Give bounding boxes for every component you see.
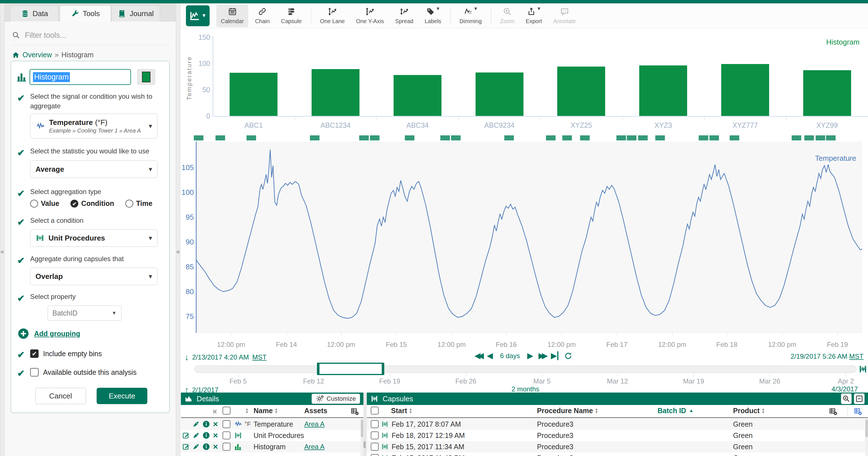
remove-all-icon[interactable]: ×	[212, 407, 217, 416]
duration-value[interactable]: 6 days	[500, 352, 520, 360]
execute-button[interactable]: Execute	[97, 388, 147, 404]
collapse-panel-button[interactable]	[854, 393, 865, 404]
view-selector-button[interactable]: ▼	[186, 5, 210, 26]
toolbar-one-y-axis[interactable]: One Y-Axis	[351, 4, 389, 27]
tab-tools[interactable]: Tools	[60, 5, 111, 22]
sort-icon[interactable]: ▲▼	[761, 407, 765, 414]
signal-dropdown[interactable]: Temperature(°F) Example » Cooling Tower …	[30, 114, 157, 139]
tab-data[interactable]: Data	[10, 5, 59, 22]
left-collapse-rail[interactable]: «	[0, 3, 4, 456]
home-icon[interactable]	[12, 51, 20, 59]
sort-icon[interactable]: ▲▼	[409, 407, 412, 414]
collapse-left-icon[interactable]: «	[0, 248, 4, 256]
capsule-table-row[interactable]: Feb 15, 2017 11:43 PM Procedure3 Green	[367, 452, 868, 456]
investigate-end-value[interactable]: 4/3/2017	[832, 385, 858, 393]
toolbar-calendar[interactable]: Calendar	[216, 4, 248, 27]
details-scrollbar[interactable]	[361, 419, 364, 456]
details-col-name[interactable]: Name	[253, 407, 273, 415]
condition-dropdown[interactable]: Unit Procedures ▾	[30, 229, 157, 247]
toolbar-labels[interactable]: ▼ Labels	[420, 4, 446, 27]
row-checkbox[interactable]	[223, 430, 230, 441]
statistic-dropdown[interactable]: Average ▾	[30, 161, 157, 178]
info-icon[interactable]	[202, 419, 210, 430]
select-all-checkbox[interactable]	[371, 407, 379, 415]
histogram-bar[interactable]	[721, 64, 769, 116]
remove-icon[interactable]: ×	[213, 430, 218, 441]
histogram-bar[interactable]	[394, 75, 441, 116]
timeline-selection-window[interactable]	[317, 363, 384, 375]
capsules-scrollbar[interactable]	[865, 419, 868, 456]
sort-icon[interactable]: ▲▼	[274, 407, 278, 414]
sort-icon[interactable]: ▲▼	[245, 407, 249, 414]
magnify-button[interactable]	[841, 393, 852, 404]
radio-time[interactable]: Time	[125, 199, 152, 207]
capsule-table-row[interactable]: Feb 15, 2017 11:34 AM Procedure3 Green	[367, 441, 868, 452]
step-to-end-button[interactable]: ▶	[551, 351, 558, 360]
row-checkbox[interactable]	[371, 430, 379, 441]
trend-item-icon[interactable]	[192, 419, 200, 430]
overlap-dropdown[interactable]: Overlap ▾	[30, 267, 157, 285]
filter-tools-search[interactable]: Filter tools...	[12, 28, 168, 43]
add-column-icon[interactable]	[829, 407, 837, 416]
histogram-bar[interactable]	[639, 65, 687, 116]
investigate-timeline-track[interactable]	[194, 366, 857, 373]
info-icon[interactable]	[202, 430, 210, 441]
histogram-bar[interactable]	[557, 66, 605, 116]
toolbar-export[interactable]: ▼ Export	[521, 4, 547, 27]
add-property-column-icon[interactable]	[854, 407, 862, 416]
tool-name-input[interactable]: Histogram	[30, 69, 131, 85]
color-swatch-button[interactable]	[137, 69, 155, 85]
cancel-button[interactable]: Cancel	[35, 388, 86, 404]
toolbar-one-lane[interactable]: One Lane	[315, 4, 349, 27]
property-select[interactable]: BatchID ▼	[48, 306, 121, 321]
panel-splitter[interactable]: ∥	[364, 393, 367, 456]
histogram-bar[interactable]	[475, 73, 523, 116]
checkbox-checked-icon[interactable]: ✔	[30, 349, 39, 358]
capsules-col-start[interactable]: Start	[391, 407, 407, 415]
display-range-end[interactable]: 2/19/2017 5:26 AM MST	[790, 352, 864, 361]
remove-icon[interactable]: ×	[213, 419, 218, 430]
edit-icon[interactable]	[182, 441, 190, 452]
range-end-value[interactable]: 2/19/2017 5:26 AM	[790, 352, 847, 360]
radio-value[interactable]: Value	[30, 199, 59, 207]
add-grouping-link[interactable]: Add grouping	[34, 330, 80, 338]
step-back-much-button[interactable]: ◀◀	[475, 351, 482, 360]
checkbox-unchecked-icon[interactable]	[30, 368, 39, 376]
details-table-row[interactable]: × °F Temperature Area A	[181, 419, 364, 430]
item-asset-link[interactable]: Area A	[304, 441, 324, 452]
toolbar-annotate[interactable]: Annotate	[549, 4, 580, 27]
capsule-timeline-icon[interactable]	[858, 364, 868, 374]
capsules-col-procedure[interactable]: Procedure Name	[537, 407, 593, 415]
toolbar-chain[interactable]: Chain	[250, 4, 274, 27]
row-checkbox[interactable]	[371, 419, 379, 430]
capsule-table-row[interactable]: Feb 18, 2017 12:19 AM Procedure3 Green	[367, 430, 868, 441]
histogram-bar[interactable]	[803, 70, 851, 116]
trend-item-icon[interactable]	[192, 441, 200, 452]
sort-icon[interactable]: ▲▼	[595, 407, 598, 414]
investigate-duration[interactable]: 2 months	[497, 385, 554, 393]
details-table-row[interactable]: × Unit Procedures	[181, 430, 364, 441]
toolbar-spread[interactable]: Spread	[391, 4, 418, 27]
row-checkbox[interactable]	[223, 441, 230, 452]
toolbar-dimming[interactable]: ▼ Dimming	[455, 4, 486, 27]
histogram-bar[interactable]	[229, 73, 278, 116]
breadcrumb-overview[interactable]: Overview	[23, 51, 52, 59]
refresh-icon[interactable]	[564, 352, 572, 360]
edit-icon[interactable]	[182, 430, 190, 441]
tab-journal[interactable]: Journal	[112, 5, 160, 22]
select-all-checkbox[interactable]	[223, 407, 230, 415]
sidebar-collapse-rail[interactable]: «	[176, 3, 180, 456]
info-icon[interactable]	[202, 441, 210, 452]
capsules-col-product[interactable]: Product	[733, 407, 760, 415]
row-checkbox[interactable]	[371, 441, 379, 452]
range-end-timezone[interactable]: MST	[849, 352, 864, 360]
capsules-col-batch[interactable]: Batch ID	[657, 407, 686, 415]
add-column-icon[interactable]	[350, 407, 359, 416]
trend-item-icon[interactable]	[192, 430, 200, 441]
customize-button[interactable]: Customize	[312, 394, 360, 404]
capsule-table-row[interactable]: Feb 17, 2017 8:07 AM Procedure3 Green	[367, 419, 868, 430]
row-checkbox[interactable]	[371, 452, 379, 456]
plus-circle-icon[interactable]	[17, 327, 30, 340]
item-asset-link[interactable]: Area A	[304, 419, 324, 430]
range-start-value[interactable]: 2/13/2017 4:20 AM	[192, 353, 249, 361]
